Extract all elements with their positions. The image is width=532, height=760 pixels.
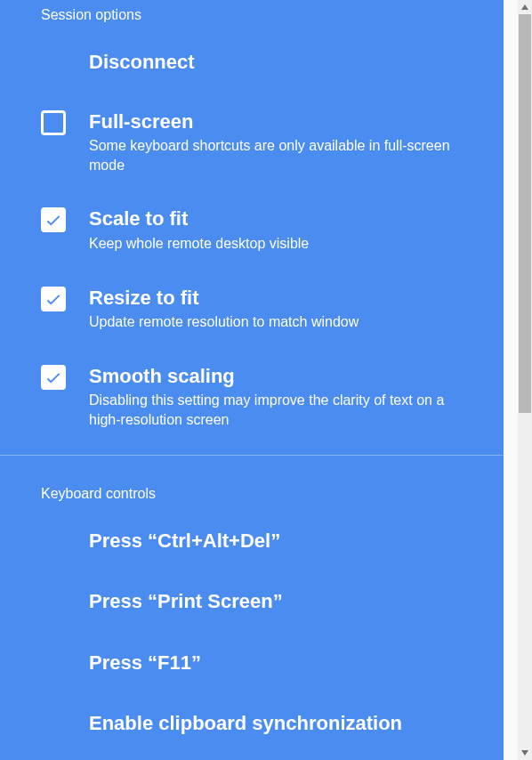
smooth-scaling-desc: Disabling this setting may improve the c… — [89, 391, 477, 429]
checkbox-checked-icon[interactable] — [41, 287, 66, 311]
scrollbar-down-icon[interactable] — [518, 746, 532, 760]
resize-to-fit-desc: Update remote resolution to match window — [89, 312, 477, 332]
scale-to-fit-desc: Keep whole remote desktop visible — [89, 234, 477, 254]
resize-to-fit-label: Resize to fit — [89, 286, 477, 311]
press-ctrl-alt-del-item[interactable]: Press “Ctrl+Alt+Del” — [0, 511, 504, 572]
keyboard-controls-header: Keyboard controls — [0, 479, 504, 511]
disconnect-item[interactable]: Disconnect — [0, 32, 504, 93]
press-print-screen-label: Press “Print Screen” — [89, 589, 477, 615]
checkbox-checked-icon[interactable] — [41, 365, 66, 390]
smooth-scaling-label: Smooth scaling — [89, 364, 477, 390]
press-ctrl-alt-del-label: Press “Ctrl+Alt+Del” — [89, 529, 477, 554]
enable-clipboard-sync-label: Enable clipboard synchronization — [89, 711, 477, 737]
checkbox-unchecked-icon[interactable] — [41, 110, 66, 135]
enable-clipboard-sync-item[interactable]: Enable clipboard synchronization — [0, 693, 504, 755]
keyboard-controls-section: Keyboard controls Press “Ctrl+Alt+Del” P… — [0, 456, 504, 755]
scrollbar-track[interactable] — [518, 0, 532, 760]
press-f11-label: Press “F11” — [89, 651, 477, 676]
full-screen-label: Full-screen — [89, 109, 477, 135]
scrollbar-up-icon[interactable] — [518, 0, 532, 14]
scale-to-fit-label: Scale to fit — [89, 206, 477, 232]
full-screen-item[interactable]: Full-screen Some keyboard shortcuts are … — [0, 93, 504, 191]
session-options-section: Session options Disconnect Full-screen S… — [0, 0, 504, 455]
press-print-screen-item[interactable]: Press “Print Screen” — [0, 571, 504, 633]
session-options-header: Session options — [0, 0, 504, 32]
press-f11-item[interactable]: Press “F11” — [0, 633, 504, 694]
resize-to-fit-item[interactable]: Resize to fit Update remote resolution t… — [0, 270, 504, 348]
scrollbar-thumb[interactable] — [519, 14, 531, 413]
full-screen-desc: Some keyboard shortcuts are only availab… — [89, 136, 477, 174]
disconnect-label: Disconnect — [89, 50, 477, 76]
options-panel: Session options Disconnect Full-screen S… — [0, 0, 504, 760]
panel-gap — [504, 0, 518, 760]
scale-to-fit-item[interactable]: Scale to fit Keep whole remote desktop v… — [0, 190, 504, 269]
checkbox-checked-icon[interactable] — [41, 207, 66, 232]
smooth-scaling-item[interactable]: Smooth scaling Disabling this setting ma… — [0, 348, 504, 455]
